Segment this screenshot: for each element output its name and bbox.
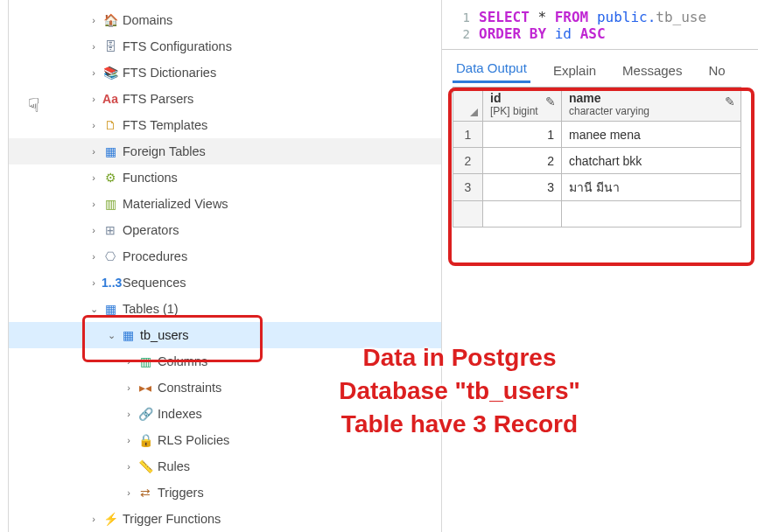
chevron-right-icon: › — [86, 15, 102, 25]
tree-materialized-views[interactable]: › ▥ Materialized Views — [9, 191, 441, 217]
column-header-id[interactable]: id [PK] bigint ✎ — [483, 88, 562, 122]
tree-item-label: FTS Parsers — [123, 92, 193, 106]
tree-item-label: tb_users — [140, 328, 189, 342]
chevron-right-icon: › — [86, 146, 102, 157]
tree-fts-dictionaries[interactable]: › 📚 FTS Dictionaries — [9, 60, 441, 86]
edit-icon[interactable]: ✎ — [725, 94, 735, 108]
chevron-right-icon: › — [86, 277, 102, 288]
table-row[interactable]: 3 3 มานี มีนา — [453, 174, 741, 201]
tree-trigger-functions[interactable]: › ⚡ Trigger Functions — [9, 506, 441, 532]
chevron-down-icon: ⌄ — [86, 304, 102, 315]
tree-item-label: Constraints — [158, 381, 221, 395]
chevron-right-icon: › — [86, 225, 102, 235]
tree-tables[interactable]: ⌄ ▦ Tables (1) — [9, 296, 441, 322]
chevron-right-icon: › — [86, 120, 102, 130]
query-results-pane: 1 SELECT * FROM public.tb_use 2 ORDER BY — [442, 0, 758, 532]
tab-data-output[interactable]: Data Output — [453, 55, 530, 83]
column-header-name[interactable]: name character varying ✎ — [562, 88, 741, 122]
columns-icon: ▥ — [137, 354, 154, 368]
sequences-icon: 1..3 — [102, 276, 119, 290]
cell-id[interactable]: 1 — [483, 122, 562, 148]
chevron-right-icon: › — [86, 41, 102, 52]
foreign-tables-icon: ▦ — [102, 144, 119, 158]
tree-item-label: Triggers — [158, 486, 204, 500]
tree-item-label: Sequences — [123, 276, 186, 290]
tree-item-label: Functions — [123, 171, 178, 185]
sql-keyword: BY — [530, 25, 546, 42]
tree-indexes[interactable]: › 🔗 Indexes — [9, 401, 441, 427]
tab-explain[interactable]: Explain — [550, 58, 600, 83]
indexes-icon: 🔗 — [137, 407, 154, 421]
cell-name[interactable]: chatchart bkk — [562, 148, 741, 174]
cell-id[interactable]: 3 — [483, 174, 562, 201]
table-row-empty — [453, 201, 741, 228]
sql-schema: public. — [597, 9, 656, 25]
tree-item-label: Rules — [158, 459, 190, 473]
rules-icon: 📏 — [137, 459, 154, 473]
row-number: 3 — [453, 174, 483, 201]
tree-item-label: Domains — [123, 13, 172, 27]
chevron-right-icon: › — [86, 67, 102, 78]
tree-item-label: Columns — [158, 354, 207, 368]
tree-item-label: Tables (1) — [123, 302, 179, 316]
cell-name[interactable]: มานี มีนา — [562, 174, 741, 201]
domains-icon: 🏠 — [102, 13, 119, 27]
tables-icon: ▦ — [102, 302, 119, 316]
cell-name[interactable]: manee mena — [562, 122, 741, 148]
tree-operators[interactable]: › ⊞ Operators — [9, 217, 441, 243]
tree-item-label: RLS Policies — [158, 433, 229, 447]
sql-keyword: ORDER — [479, 25, 521, 42]
tree-rls-policies[interactable]: › 🔒 RLS Policies — [9, 427, 441, 453]
chevron-right-icon: › — [86, 251, 102, 262]
tree-foreign-tables[interactable]: › ▦ Foreign Tables — [9, 138, 441, 164]
sql-column: id — [555, 25, 572, 42]
chevron-right-icon: › — [86, 172, 102, 183]
tree-item-label: Operators — [123, 223, 179, 237]
chevron-right-icon: › — [121, 382, 137, 393]
chevron-right-icon: › — [86, 199, 102, 209]
chevron-right-icon: › — [121, 435, 137, 445]
fts-templates-icon: 🗋 — [102, 118, 119, 132]
grid-corner-cell[interactable] — [453, 88, 483, 122]
table-row[interactable]: 1 1 manee mena — [453, 122, 741, 148]
chevron-right-icon: › — [86, 94, 102, 104]
tree-fts-parsers[interactable]: › Aa FTS Parsers — [9, 86, 441, 112]
cell-id[interactable]: 2 — [483, 148, 562, 174]
tree-triggers[interactable]: › ⇄ Triggers — [9, 480, 441, 506]
result-grid[interactable]: id [PK] bigint ✎ name character varying … — [453, 87, 741, 228]
sql-editor[interactable]: 1 SELECT * FROM public.tb_use 2 ORDER BY — [442, 0, 758, 50]
tree-item-label: Materialized Views — [123, 197, 228, 211]
table-icon: ▦ — [119, 328, 137, 342]
tree-columns[interactable]: › ▥ Columns — [9, 348, 441, 374]
sql-table: tb_use — [656, 9, 706, 25]
fts-dict-icon: 📚 — [102, 66, 119, 80]
tree-rules[interactable]: › 📏 Rules — [9, 453, 441, 480]
trigger-functions-icon: ⚡ — [102, 512, 119, 526]
triggers-icon: ⇄ — [137, 486, 154, 500]
result-tabs: Data Output Explain Messages No — [442, 50, 758, 83]
tree-item-label: Trigger Functions — [123, 512, 221, 526]
table-row[interactable]: 2 2 chatchart bkk — [453, 148, 741, 174]
chevron-down-icon: ⌄ — [103, 330, 119, 341]
tree-sequences[interactable]: › 1..3 Sequences — [9, 270, 441, 296]
chevron-right-icon: › — [121, 356, 137, 367]
tree-item-label: FTS Configurations — [123, 39, 232, 53]
tree-domains[interactable]: › 🏠 Domains — [9, 7, 441, 33]
tree-fts-configurations[interactable]: › 🗄 FTS Configurations — [9, 33, 441, 60]
mat-views-icon: ▥ — [102, 197, 119, 211]
tree-functions[interactable]: › ⚙ Functions — [9, 164, 441, 191]
tree-fts-templates[interactable]: › 🗋 FTS Templates — [9, 112, 441, 138]
tree-procedures[interactable]: › ⎔ Procedures — [9, 243, 441, 270]
edit-icon[interactable]: ✎ — [545, 94, 556, 108]
line-number: 2 — [453, 27, 479, 41]
fts-config-icon: 🗄 — [102, 39, 119, 53]
chevron-right-icon: › — [121, 487, 137, 498]
tab-messages[interactable]: Messages — [619, 58, 685, 83]
tree-item-label: FTS Dictionaries — [123, 66, 216, 80]
tab-notifications[interactable]: No — [705, 58, 728, 83]
tree-table-tb-users[interactable]: ⌄ ▦ tb_users — [9, 322, 441, 348]
constraints-icon: ▸◂ — [137, 381, 154, 395]
procedures-icon: ⎔ — [102, 249, 119, 263]
object-explorer: › 🏠 Domains › 🗄 FTS Configurations › 📚 F… — [9, 0, 442, 532]
tree-constraints[interactable]: › ▸◂ Constraints — [9, 374, 441, 401]
